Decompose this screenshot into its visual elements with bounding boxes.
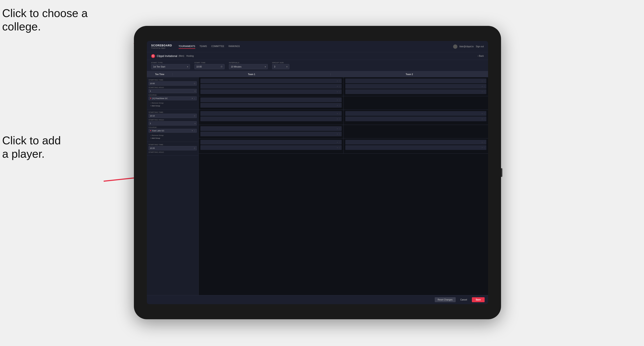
player-x-2-1[interactable]: × <box>482 80 483 82</box>
course-slot-1-2[interactable]: × ⋮ <box>200 103 342 108</box>
col-header-team2: Team 2 <box>331 73 488 75</box>
course-dots-2[interactable]: ⋮ <box>194 130 196 132</box>
back-button[interactable]: ‹ Back <box>478 55 484 57</box>
player-slot-1-1[interactable]: × ⋮ <box>200 79 342 83</box>
table-header: Tee Time Team 1 Team 2 <box>147 71 488 77</box>
player-x-2-2[interactable]: × <box>482 85 483 87</box>
player-slot-4-2[interactable]: × ⋮ <box>345 117 486 121</box>
remove-group-btn-2[interactable]: ○ Remove Group <box>150 134 195 136</box>
player-dots-2-2[interactable]: ⋮ <box>483 85 485 87</box>
chevron-down-icon-3: ▾ <box>286 66 288 68</box>
player-slot-4-1[interactable]: × ⋮ <box>345 111 486 116</box>
player-x-1-2[interactable]: × <box>337 85 338 87</box>
player-dots-4-2[interactable]: ⋮ <box>483 118 485 120</box>
course-x-2-1[interactable]: × <box>337 128 338 130</box>
player-x-4-1[interactable]: × <box>482 113 483 115</box>
player-slot-5-2[interactable]: × ⋮ <box>200 145 342 150</box>
player-x-4-2[interactable]: × <box>482 118 483 120</box>
player-slot-5-1[interactable]: × ⋮ <box>200 140 342 145</box>
starting-time-input-2[interactable]: 10:10 ⏱ <box>148 114 197 118</box>
player-x-6-2[interactable]: × <box>482 147 483 149</box>
top-nav: SCOREBOARD Powered by clippd TOURNAMENTS… <box>147 41 488 52</box>
brand-sub: Powered by clippd <box>151 47 172 49</box>
team1-group3: × ⋮ × ⋮ <box>199 139 344 153</box>
course-remove-1[interactable]: × <box>192 97 193 99</box>
player-x-3-1[interactable]: × <box>337 113 338 115</box>
player-dots-3-1[interactable]: ⋮ <box>339 113 340 115</box>
player-x-5-1[interactable]: × <box>337 141 338 143</box>
cancel-button[interactable]: Cancel <box>458 297 470 302</box>
add-group-btn-1[interactable]: + Add Group <box>150 105 195 107</box>
player-slot-2-2[interactable]: × ⋮ <box>345 84 486 89</box>
course-x-2-2[interactable]: × <box>337 133 338 135</box>
player-dots-6-2[interactable]: ⋮ <box>483 147 485 149</box>
group-size-input[interactable]: 3 ▾ <box>272 64 290 69</box>
starting-hole-input-1[interactable]: 1 ▾ <box>148 89 197 93</box>
course-badge-2[interactable]: ⚑ East Lake GC × ⋮ <box>148 129 197 133</box>
course-slot-2-2[interactable]: × ⋮ <box>200 132 342 136</box>
player-slot-3-2[interactable]: × ⋮ <box>200 117 342 121</box>
player-x-6-1[interactable]: × <box>482 141 483 143</box>
player-x-1-1[interactable]: × <box>337 80 338 82</box>
starting-time-input-1[interactable]: 10:00 ⏱ <box>148 81 197 86</box>
clock-icon: ⏱ <box>220 66 223 68</box>
hosting-label: Hosting <box>186 55 194 57</box>
player-dots-6-1[interactable]: ⋮ <box>483 141 485 143</box>
player-dots-5-1[interactable]: ⋮ <box>339 141 340 143</box>
player-dots-5-2[interactable]: ⋮ <box>339 147 340 149</box>
player-dots-2-1[interactable]: ⋮ <box>483 80 485 82</box>
starting-hole-input-2[interactable]: 1 ▾ <box>148 121 197 126</box>
player-x-2-3[interactable]: × <box>482 91 483 93</box>
player-slot-6-2[interactable]: × ⋮ <box>345 145 486 150</box>
course-dots-1[interactable]: ⋮ <box>194 98 196 99</box>
player-dots-4-1[interactable]: ⋮ <box>483 113 485 115</box>
player-x-1-3[interactable]: × <box>337 91 338 93</box>
player-dots-2-3[interactable]: ⋮ <box>483 91 485 93</box>
start-time-input[interactable]: 10:00 ⏱ <box>194 64 224 69</box>
course-slot-2-1[interactable]: × ⋮ <box>200 126 342 131</box>
nav-link-rankings[interactable]: RANKINGS <box>228 44 240 49</box>
course-dots-1-2[interactable]: ⋮ <box>339 104 340 106</box>
add-group-btn-2[interactable]: + Add Group <box>150 137 195 139</box>
course-icon-2: ⚑ <box>150 130 152 132</box>
course-badge-1[interactable]: ⚑ (A) Peachtree GC × ⋮ <box>148 96 197 100</box>
player-slot-1-3[interactable]: × ⋮ <box>200 89 342 94</box>
course-name-1: (A) Peachtree GC <box>152 97 168 99</box>
player-dots-1-2[interactable]: ⋮ <box>339 85 340 87</box>
nav-link-tournaments[interactable]: TOURNAMENTS <box>178 44 195 49</box>
clock-icon-2: ⏱ <box>194 115 196 117</box>
sign-out-link[interactable]: Sign out <box>476 45 484 48</box>
nav-link-committee[interactable]: COMMITTEE <box>211 44 224 49</box>
course-x-1-2[interactable]: × <box>337 104 338 106</box>
team1-group2: × ⋮ × ⋮ <box>199 110 344 125</box>
player-dots-3-2[interactable]: ⋮ <box>339 118 340 120</box>
course-dots-2-2[interactable]: ⋮ <box>339 133 340 135</box>
intervals-select[interactable]: 10 Minutes ▾ <box>229 64 268 69</box>
reset-changes-button[interactable]: Reset Changes <box>435 297 456 302</box>
player-dots-1-1[interactable]: ⋮ <box>339 80 340 82</box>
player-slot-2-1[interactable]: × ⋮ <box>345 79 486 83</box>
nav-link-teams[interactable]: TEAMS <box>200 44 207 49</box>
team2-course-group2 <box>344 125 488 138</box>
course-remove-2[interactable]: × <box>192 130 193 132</box>
team2-course-group1 <box>344 96 488 110</box>
player-x-5-2[interactable]: × <box>337 147 338 149</box>
player-slot-2-3[interactable]: × ⋮ <box>345 89 486 94</box>
schedule-body: STARTING TIME: 10:00 ⏱ STARTING HOLE: 1 … <box>147 77 488 295</box>
tournament-title: Clippd Invitational <box>157 55 177 58</box>
starting-time-input-3[interactable]: 10:20 ⏱ <box>148 146 197 150</box>
start-type-field: Start Type 1st Tee Start ▾ <box>151 62 190 69</box>
player-slot-3-1[interactable]: × ⋮ <box>200 111 342 116</box>
course-slot-1-1[interactable]: × ⋮ <box>200 98 342 102</box>
remove-group-btn-1[interactable]: ○ Remove Group <box>150 102 195 104</box>
player-x-3-2[interactable]: × <box>337 118 338 120</box>
save-button[interactable]: Save <box>472 297 484 302</box>
player-slot-6-1[interactable]: × ⋮ <box>345 140 486 145</box>
player-slot-1-2[interactable]: × ⋮ <box>200 84 342 89</box>
start-type-select[interactable]: 1st Tee Start ▾ <box>151 64 190 69</box>
course-dots-2-1[interactable]: ⋮ <box>339 128 340 130</box>
course-x-1-1[interactable]: × <box>337 99 338 101</box>
player-dots-1-3[interactable]: ⋮ <box>339 91 340 93</box>
course-dots-1-1[interactable]: ⋮ <box>339 99 340 101</box>
start-time-label: Start Time <box>194 62 224 64</box>
